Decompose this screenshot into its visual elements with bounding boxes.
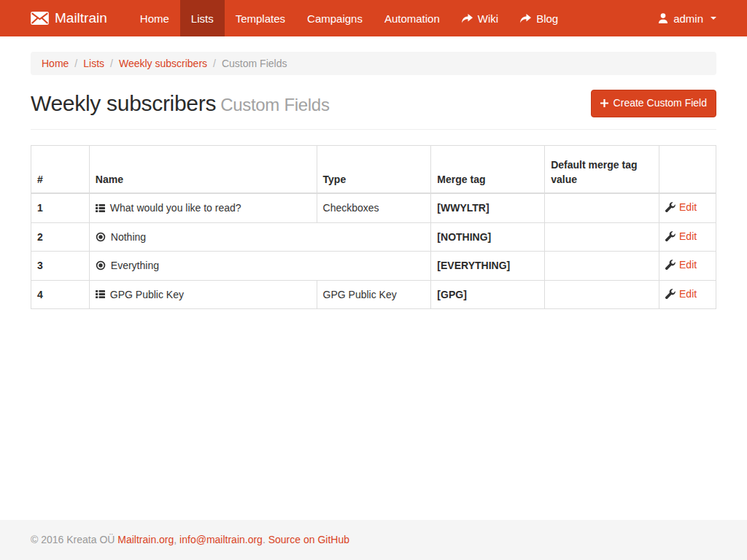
nav-link-automation[interactable]: Automation [374, 0, 451, 36]
column-header: Name [89, 145, 317, 193]
page-title: Weekly subscribersCustom Fields [31, 91, 330, 116]
page-title-text: Weekly subscribers [31, 91, 216, 115]
page-subtitle: Custom Fields [220, 95, 329, 114]
column-header [659, 145, 716, 193]
footer-link-info-mailtrain-org[interactable]: info@mailtrain.org [179, 534, 263, 545]
breadcrumb: HomeListsWeekly subscribersCustom Fields [31, 52, 716, 75]
nav-link-campaigns[interactable]: Campaigns [296, 0, 374, 36]
edit-link[interactable]: Edit [665, 229, 697, 244]
field-type-cell: GPG Public Key [317, 280, 431, 308]
field-name-cell: GPG Public Key [89, 280, 317, 308]
brand-link[interactable]: Mailtrain [31, 0, 117, 36]
merge-tag-cell: [NOTHING] [431, 222, 545, 251]
edit-link[interactable]: Edit [665, 200, 697, 214]
merge-tag-cell: [GPG] [431, 280, 545, 308]
row-number: 4 [31, 280, 90, 308]
user-icon [658, 13, 668, 23]
breadcrumb-current: Custom Fields [207, 58, 287, 69]
nav-label: Automation [384, 12, 440, 25]
wrench-icon [665, 260, 676, 270]
merge-tag-cell: [EVERYTHING] [431, 252, 545, 280]
edit-label: Edit [679, 229, 697, 244]
edit-label: Edit [679, 257, 697, 272]
breadcrumb-item: Weekly subscribers [104, 58, 207, 69]
breadcrumb-item: Lists [69, 58, 104, 69]
field-name: Nothing [111, 230, 146, 244]
footer-link-source-on-github[interactable]: Source on GitHub [268, 534, 349, 545]
nav-label: Wiki [478, 12, 498, 25]
field-name: What would you like to read? [110, 201, 241, 215]
field-name-cell: Everything [89, 252, 431, 280]
create-custom-field-button[interactable]: Create Custom Field [591, 90, 716, 117]
top-navbar: Mailtrain HomeListsTemplatesCampaignsAut… [0, 0, 747, 36]
record-icon [96, 232, 106, 242]
table-row: 1What would you like to read?Checkboxes[… [31, 193, 716, 222]
merge-tag-cell: [WWYLTR] [431, 193, 545, 222]
default-value-cell [545, 193, 659, 222]
breadcrumb-link-home[interactable]: Home [42, 58, 69, 69]
table-row: 2Nothing[NOTHING]Edit [31, 222, 716, 251]
table-header: #NameTypeMerge tagDefault merge tag valu… [31, 145, 716, 193]
nav-item-campaigns: Campaigns [296, 0, 374, 36]
wrench-icon [665, 289, 676, 299]
field-name-cell: Nothing [89, 222, 431, 251]
nav-label: Lists [191, 12, 214, 25]
footer-text-segment: © 2016 Kreata OÜ [31, 534, 117, 545]
field-name: Everything [111, 258, 159, 273]
list-icon [96, 203, 105, 213]
nav-label: Blog [536, 12, 558, 25]
nav-item-lists: Lists [180, 0, 225, 36]
user-label: admin [673, 12, 703, 25]
field-name: GPG Public Key [110, 287, 184, 302]
default-value-cell [545, 252, 659, 280]
edit-link[interactable]: Edit [665, 287, 697, 301]
wrench-icon [665, 231, 676, 241]
actions-cell: Edit [659, 280, 716, 308]
column-header: Default merge tag value [545, 145, 659, 193]
envelope-icon [31, 12, 49, 25]
edit-label: Edit [679, 200, 697, 214]
breadcrumb-item: Home [42, 58, 69, 69]
wrench-icon [665, 202, 676, 212]
actions-cell: Edit [659, 222, 716, 251]
column-header: Merge tag [431, 145, 545, 193]
breadcrumb-link-lists[interactable]: Lists [83, 58, 104, 69]
share-icon [520, 14, 531, 23]
edit-link[interactable]: Edit [665, 257, 697, 272]
footer-text: © 2016 Kreata OÜ Mailtrain.org, info@mai… [20, 534, 727, 545]
footer-text-segment: , [174, 534, 179, 545]
footer: © 2016 Kreata OÜ Mailtrain.org, info@mai… [0, 520, 747, 560]
nav-item-automation: Automation [374, 0, 451, 36]
nav-link-lists[interactable]: Lists [180, 0, 225, 36]
default-value-cell [545, 280, 659, 308]
nav-item-home: Home [129, 0, 180, 36]
row-number: 2 [31, 222, 90, 251]
nav-link-home[interactable]: Home [129, 0, 180, 36]
default-value-cell [545, 222, 659, 251]
breadcrumb-link-weekly-subscribers[interactable]: Weekly subscribers [119, 58, 207, 69]
main-content: HomeListsWeekly subscribersCustom Fields… [20, 36, 727, 309]
table-row: 3Everything[EVERYTHING]Edit [31, 252, 716, 280]
nav-item-wiki: Wiki [451, 0, 509, 36]
nav-link-wiki[interactable]: Wiki [451, 0, 509, 36]
page-header: Weekly subscribersCustom Fields Create C… [31, 90, 716, 130]
footer-link-mailtrain-org[interactable]: Mailtrain.org [117, 534, 174, 545]
actions-cell: Edit [659, 252, 716, 280]
table-row: 4GPG Public KeyGPG Public Key[GPG]Edit [31, 280, 716, 308]
row-number: 3 [31, 252, 90, 280]
column-header: # [31, 145, 90, 193]
nav-label: Home [140, 12, 169, 25]
nav-item-templates: Templates [225, 0, 296, 36]
user-menu[interactable]: admin [658, 0, 716, 36]
create-custom-field-label: Create Custom Field [614, 96, 707, 111]
custom-fields-table: #NameTypeMerge tagDefault merge tag valu… [31, 145, 716, 309]
record-icon [96, 260, 106, 271]
column-header: Type [317, 145, 431, 193]
nav-link-templates[interactable]: Templates [225, 0, 296, 36]
nav-label: Campaigns [307, 12, 363, 25]
nav-link-blog[interactable]: Blog [509, 0, 569, 36]
list-icon [96, 289, 105, 299]
main-nav: HomeListsTemplatesCampaignsAutomationWik… [129, 0, 569, 36]
field-name-cell: What would you like to read? [89, 193, 317, 222]
actions-cell: Edit [659, 193, 716, 222]
